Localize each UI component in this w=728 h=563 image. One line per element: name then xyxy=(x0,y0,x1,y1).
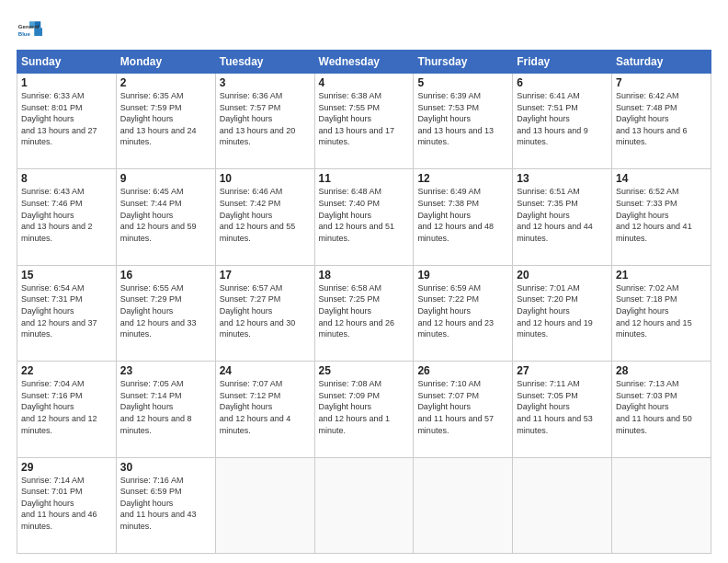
table-row: 21Sunrise: 7:02 AMSunset: 7:18 PMDayligh… xyxy=(612,265,711,361)
day-info: Sunrise: 6:41 AMSunset: 7:51 PMDaylight … xyxy=(517,90,608,148)
day-number: 9 xyxy=(120,172,211,185)
day-info: Sunrise: 6:45 AMSunset: 7:44 PMDaylight … xyxy=(120,186,211,244)
th-friday: Friday xyxy=(513,51,612,74)
day-info: Sunrise: 7:16 AMSunset: 6:59 PMDaylight … xyxy=(120,475,211,533)
th-wednesday: Wednesday xyxy=(314,51,414,74)
table-row: 11Sunrise: 6:48 AMSunset: 7:40 PMDayligh… xyxy=(314,169,414,265)
day-number: 28 xyxy=(616,364,707,377)
day-info: Sunrise: 6:48 AMSunset: 7:40 PMDaylight … xyxy=(319,186,410,244)
table-row: 10Sunrise: 6:46 AMSunset: 7:42 PMDayligh… xyxy=(215,169,314,265)
day-info: Sunrise: 7:10 AMSunset: 7:07 PMDaylight … xyxy=(417,378,508,436)
day-info: Sunrise: 7:01 AMSunset: 7:20 PMDaylight … xyxy=(517,282,608,340)
table-row: 26Sunrise: 7:10 AMSunset: 7:07 PMDayligh… xyxy=(414,362,513,457)
table-row: 4Sunrise: 6:38 AMSunset: 7:55 PMDaylight… xyxy=(314,74,414,169)
table-row: 8Sunrise: 6:43 AMSunset: 7:46 PMDaylight… xyxy=(17,169,117,265)
day-number: 27 xyxy=(517,364,608,377)
table-row: 30Sunrise: 7:16 AMSunset: 6:59 PMDayligh… xyxy=(116,457,215,553)
day-number: 4 xyxy=(319,76,410,89)
day-info: Sunrise: 6:43 AMSunset: 7:46 PMDaylight … xyxy=(21,186,112,244)
table-row xyxy=(612,457,711,553)
th-saturday: Saturday xyxy=(612,51,711,74)
day-info: Sunrise: 6:58 AMSunset: 7:25 PMDaylight … xyxy=(319,282,410,340)
logo-icon: General Blue xyxy=(17,17,42,42)
day-info: Sunrise: 6:59 AMSunset: 7:22 PMDaylight … xyxy=(417,282,508,340)
day-number: 18 xyxy=(319,269,410,282)
day-info: Sunrise: 6:33 AMSunset: 8:01 PMDaylight … xyxy=(21,90,112,148)
day-info: Sunrise: 7:11 AMSunset: 7:05 PMDaylight … xyxy=(517,378,608,436)
day-number: 10 xyxy=(220,172,311,185)
day-number: 29 xyxy=(21,461,112,474)
table-row xyxy=(414,457,513,553)
day-info: Sunrise: 7:13 AMSunset: 7:03 PMDaylight … xyxy=(616,378,707,436)
day-number: 6 xyxy=(517,76,608,89)
day-number: 20 xyxy=(517,269,608,282)
day-info: Sunrise: 6:42 AMSunset: 7:48 PMDaylight … xyxy=(616,90,707,148)
day-info: Sunrise: 6:57 AMSunset: 7:27 PMDaylight … xyxy=(220,282,311,340)
day-info: Sunrise: 7:05 AMSunset: 7:14 PMDaylight … xyxy=(120,378,211,436)
table-row: 22Sunrise: 7:04 AMSunset: 7:16 PMDayligh… xyxy=(17,362,117,457)
table-row: 1Sunrise: 6:33 AMSunset: 8:01 PMDaylight… xyxy=(17,74,117,169)
day-number: 15 xyxy=(21,269,112,282)
th-thursday: Thursday xyxy=(414,51,513,74)
day-number: 30 xyxy=(120,461,211,474)
day-info: Sunrise: 7:14 AMSunset: 7:01 PMDaylight … xyxy=(21,475,112,533)
day-number: 7 xyxy=(616,76,707,89)
day-number: 21 xyxy=(616,269,707,282)
table-row: 20Sunrise: 7:01 AMSunset: 7:20 PMDayligh… xyxy=(513,265,612,361)
day-info: Sunrise: 7:07 AMSunset: 7:12 PMDaylight … xyxy=(220,378,311,436)
day-number: 14 xyxy=(616,172,707,185)
day-number: 13 xyxy=(517,172,608,185)
day-number: 1 xyxy=(21,76,112,89)
table-row: 29Sunrise: 7:14 AMSunset: 7:01 PMDayligh… xyxy=(17,457,117,553)
table-row: 7Sunrise: 6:42 AMSunset: 7:48 PMDaylight… xyxy=(612,74,711,169)
day-info: Sunrise: 6:46 AMSunset: 7:42 PMDaylight … xyxy=(220,186,311,244)
day-number: 5 xyxy=(417,76,508,89)
table-row: 3Sunrise: 6:36 AMSunset: 7:57 PMDaylight… xyxy=(215,74,314,169)
day-info: Sunrise: 7:04 AMSunset: 7:16 PMDaylight … xyxy=(21,378,112,436)
day-number: 26 xyxy=(417,364,508,377)
day-info: Sunrise: 6:52 AMSunset: 7:33 PMDaylight … xyxy=(616,186,707,244)
day-number: 2 xyxy=(120,76,211,89)
day-info: Sunrise: 6:51 AMSunset: 7:35 PMDaylight … xyxy=(517,186,608,244)
day-info: Sunrise: 7:08 AMSunset: 7:09 PMDaylight … xyxy=(319,378,410,436)
day-number: 16 xyxy=(120,269,211,282)
table-row xyxy=(215,457,314,553)
day-number: 12 xyxy=(417,172,508,185)
day-info: Sunrise: 6:39 AMSunset: 7:53 PMDaylight … xyxy=(417,90,508,148)
table-row: 15Sunrise: 6:54 AMSunset: 7:31 PMDayligh… xyxy=(17,265,117,361)
svg-text:Blue: Blue xyxy=(18,30,31,37)
days-header-row: Sunday Monday Tuesday Wednesday Thursday… xyxy=(17,51,711,74)
calendar-table: Sunday Monday Tuesday Wednesday Thursday… xyxy=(17,50,711,554)
table-row: 9Sunrise: 6:45 AMSunset: 7:44 PMDaylight… xyxy=(116,169,215,265)
day-info: Sunrise: 6:54 AMSunset: 7:31 PMDaylight … xyxy=(21,282,112,340)
day-info: Sunrise: 6:55 AMSunset: 7:29 PMDaylight … xyxy=(120,282,211,340)
calendar-page: General Blue Sunday Monday Tuesday Wedne… xyxy=(0,0,728,563)
day-number: 8 xyxy=(21,172,112,185)
table-row: 14Sunrise: 6:52 AMSunset: 7:33 PMDayligh… xyxy=(612,169,711,265)
th-tuesday: Tuesday xyxy=(215,51,314,74)
table-row: 12Sunrise: 6:49 AMSunset: 7:38 PMDayligh… xyxy=(414,169,513,265)
day-number: 25 xyxy=(319,364,410,377)
table-row: 6Sunrise: 6:41 AMSunset: 7:51 PMDaylight… xyxy=(513,74,612,169)
day-info: Sunrise: 6:49 AMSunset: 7:38 PMDaylight … xyxy=(417,186,508,244)
table-row xyxy=(513,457,612,553)
day-number: 23 xyxy=(120,364,211,377)
day-info: Sunrise: 7:02 AMSunset: 7:18 PMDaylight … xyxy=(616,282,707,340)
table-row: 24Sunrise: 7:07 AMSunset: 7:12 PMDayligh… xyxy=(215,362,314,457)
day-number: 17 xyxy=(220,269,311,282)
svg-text:General: General xyxy=(18,23,40,29)
table-row: 13Sunrise: 6:51 AMSunset: 7:35 PMDayligh… xyxy=(513,169,612,265)
table-row: 19Sunrise: 6:59 AMSunset: 7:22 PMDayligh… xyxy=(414,265,513,361)
day-number: 3 xyxy=(220,76,311,89)
day-info: Sunrise: 6:38 AMSunset: 7:55 PMDaylight … xyxy=(319,90,410,148)
table-row: 17Sunrise: 6:57 AMSunset: 7:27 PMDayligh… xyxy=(215,265,314,361)
table-row: 5Sunrise: 6:39 AMSunset: 7:53 PMDaylight… xyxy=(414,74,513,169)
table-row: 16Sunrise: 6:55 AMSunset: 7:29 PMDayligh… xyxy=(116,265,215,361)
day-number: 11 xyxy=(319,172,410,185)
day-number: 19 xyxy=(417,269,508,282)
table-row: 28Sunrise: 7:13 AMSunset: 7:03 PMDayligh… xyxy=(612,362,711,457)
th-monday: Monday xyxy=(116,51,215,74)
header: General Blue xyxy=(17,17,711,42)
table-row xyxy=(314,457,414,553)
table-row: 27Sunrise: 7:11 AMSunset: 7:05 PMDayligh… xyxy=(513,362,612,457)
